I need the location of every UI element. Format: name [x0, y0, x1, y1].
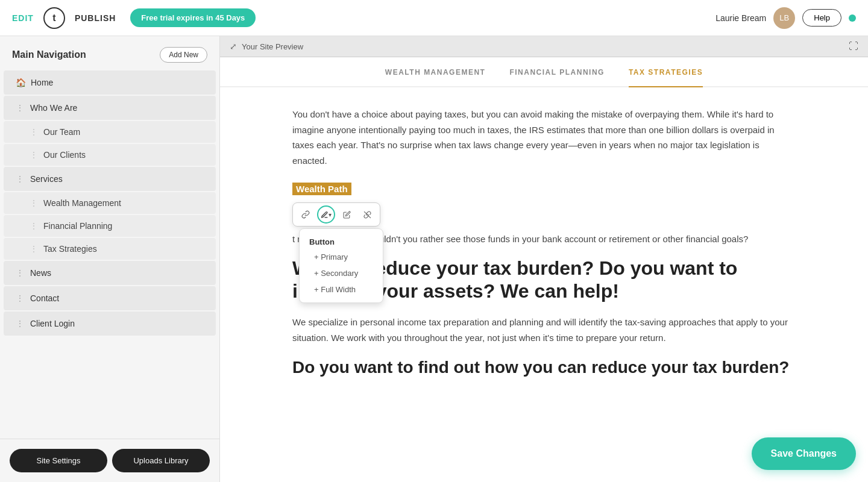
drag-handle-icon: ⋮ — [16, 174, 24, 184]
sidebar-header: Main Navigation Add New — [0, 36, 219, 70]
dropdown-item-secondary[interactable]: + Secondary — [300, 265, 383, 281]
main-layout: Main Navigation Add New 🏠 Home ⋮ Who We … — [0, 36, 868, 482]
sidebar-item-label: News — [30, 268, 51, 278]
sidebar-item-wealth-management[interactable]: ⋮ Wealth Management — [4, 192, 216, 214]
sidebar-item-label: Financial Planning — [43, 221, 112, 231]
wealth-path-highlight[interactable]: Wealth Path — [292, 183, 351, 195]
add-new-button[interactable]: Add New — [160, 47, 207, 63]
dropdown-item-primary[interactable]: + Primary — [300, 249, 383, 265]
sidebar-item-tax-strategies[interactable]: ⋮ Tax Strategies — [4, 238, 216, 260]
sidebar-item-label: Client Login — [30, 319, 75, 328]
preview-label: Your Site Preview — [242, 42, 303, 51]
toolbar-style-button[interactable]: ▾ — [317, 205, 335, 224]
uploads-library-button[interactable]: Uploads Library — [112, 449, 210, 472]
drag-handle-icon: ⋮ — [16, 103, 24, 113]
sidebar-item-our-team[interactable]: ⋮ Our Team — [4, 121, 216, 143]
drag-handle-icon: ⋮ — [16, 293, 24, 303]
sidebar-title: Main Navigation — [12, 49, 86, 60]
drag-handle-icon: ⋮ — [16, 268, 24, 278]
status-dot — [849, 14, 856, 22]
preview-bar: ⤢ Your Site Preview ⛶ — [220, 36, 868, 57]
help-button[interactable]: Help — [802, 9, 841, 27]
sidebar-item-label: Services — [30, 174, 63, 184]
toolbar-unlink-icon[interactable] — [358, 205, 376, 224]
article-paragraph-1: You don't have a choice about paying tax… — [292, 107, 796, 168]
toolbar-link-icon[interactable] — [297, 205, 315, 224]
sidebar-item-home[interactable]: 🏠 Home — [4, 70, 216, 95]
preview-bar-left: ⤢ Your Site Preview — [230, 42, 303, 51]
sidebar-item-contact[interactable]: ⋮ Contact — [4, 286, 216, 310]
article-body: You don't have a choice about paying tax… — [220, 87, 868, 402]
sidebar-item-financial-planning[interactable]: ⋮ Financial Planning — [4, 215, 216, 237]
avatar: LB — [773, 7, 795, 29]
toolbar-dropdown: Button + Primary + Secondary + Full Widt… — [299, 228, 383, 303]
top-bar: EDIT t PUBLISH Free trial expires in 45 … — [0, 0, 868, 36]
sidebar-item-client-login[interactable]: ⋮ Client Login — [4, 311, 216, 336]
content-area: ⤢ Your Site Preview ⛶ WEALTH MANAGEMENT … — [220, 36, 868, 482]
sidebar-item-our-clients[interactable]: ⋮ Our Clients — [4, 144, 216, 166]
home-icon: 🏠 — [16, 78, 26, 87]
article-paragraph-3: We specialize in personal income tax pre… — [292, 315, 796, 345]
tab-wealth-management[interactable]: WEALTH MANAGEMENT — [385, 68, 486, 86]
sidebar-item-label: Wealth Management — [43, 198, 121, 208]
drag-handle-icon: ⋮ — [30, 128, 37, 136]
drag-handle-icon: ⋮ — [30, 151, 37, 159]
expand-icon[interactable]: ⛶ — [849, 41, 858, 52]
logo-icon: t — [43, 7, 65, 29]
drag-handle-icon: ⋮ — [30, 222, 37, 230]
save-changes-button[interactable]: Save Changes — [752, 437, 856, 470]
trial-badge: Free trial expires in 45 Days — [130, 8, 256, 27]
drag-handle-icon: ⋮ — [30, 245, 37, 253]
resize-icon: ⤢ — [230, 42, 237, 51]
sidebar-item-label: Our Clients — [43, 150, 86, 160]
drag-handle-icon: ⋮ — [16, 319, 24, 328]
sidebar-item-label: Contact — [30, 293, 59, 303]
sidebar-item-who-we-are[interactable]: ⋮ Who We Are — [4, 96, 216, 120]
tab-tax-strategies[interactable]: TAX STRATEGIES — [629, 68, 703, 87]
publish-label[interactable]: PUBLISH — [75, 13, 116, 23]
top-bar-right: Laurie Bream LB Help — [715, 7, 856, 29]
sidebar-footer: Site Settings Uploads Library — [0, 439, 219, 482]
edit-label[interactable]: EDIT — [12, 13, 34, 23]
dropdown-section-label: Button — [300, 234, 383, 249]
sidebar-item-label: Tax Strategies — [43, 244, 97, 254]
toolbar-area: Wealth Path ▾ — [292, 183, 796, 227]
page-nav: WEALTH MANAGEMENT FINANCIAL PLANNING TAX… — [220, 57, 868, 87]
tab-financial-planning[interactable]: FINANCIAL PLANNING — [509, 68, 604, 86]
sidebar-item-label: Home — [31, 78, 53, 87]
drag-handle-icon: ⋮ — [30, 199, 37, 207]
dropdown-item-full-width[interactable]: + Full Width — [300, 281, 383, 298]
inline-toolbar: ▾ Button + Primary + Secondary — [292, 202, 380, 227]
sidebar-item-label: Our Team — [43, 127, 80, 137]
article-heading-2: Do you want to find out how you can redu… — [292, 357, 796, 378]
sidebar-item-label: Who We Are — [30, 103, 77, 113]
site-settings-button[interactable]: Site Settings — [10, 449, 107, 472]
sidebar-item-news[interactable]: ⋮ News — [4, 261, 216, 285]
user-name: Laurie Bream — [715, 13, 766, 23]
toolbar-edit-icon[interactable] — [338, 205, 356, 224]
sidebar: Main Navigation Add New 🏠 Home ⋮ Who We … — [0, 36, 220, 482]
page-content: WEALTH MANAGEMENT FINANCIAL PLANNING TAX… — [220, 57, 868, 482]
sidebar-item-services[interactable]: ⋮ Services — [4, 167, 216, 191]
